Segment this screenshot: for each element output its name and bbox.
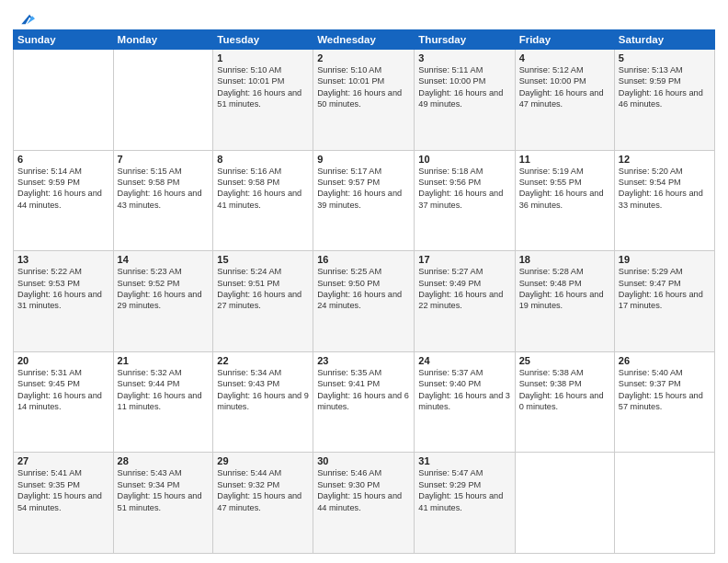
day-cell: 11Sunrise: 5:19 AM Sunset: 9:55 PM Dayli… <box>515 150 614 251</box>
day-cell: 26Sunrise: 5:40 AM Sunset: 9:37 PM Dayli… <box>614 351 714 453</box>
day-number: 7 <box>118 154 210 165</box>
day-number: 1 <box>217 52 309 63</box>
day-cell: 15Sunrise: 5:24 AM Sunset: 9:51 PM Dayli… <box>213 251 313 352</box>
day-cell: 21Sunrise: 5:32 AM Sunset: 9:44 PM Dayli… <box>113 351 213 453</box>
day-number: 11 <box>519 154 610 165</box>
day-cell: 20Sunrise: 5:31 AM Sunset: 9:45 PM Dayli… <box>14 351 114 453</box>
day-content: Sunrise: 5:13 AM Sunset: 9:59 PM Dayligh… <box>619 64 711 110</box>
day-cell: 3Sunrise: 5:11 AM Sunset: 10:00 PM Dayli… <box>415 50 515 151</box>
day-number: 19 <box>619 254 711 265</box>
day-number: 3 <box>418 52 510 63</box>
day-content: Sunrise: 5:43 AM Sunset: 9:34 PM Dayligh… <box>118 467 210 513</box>
header <box>13 9 715 26</box>
day-cell: 18Sunrise: 5:28 AM Sunset: 9:48 PM Dayli… <box>515 251 614 352</box>
day-content: Sunrise: 5:27 AM Sunset: 9:49 PM Dayligh… <box>418 266 510 312</box>
week-row-2: 6Sunrise: 5:14 AM Sunset: 9:59 PM Daylig… <box>14 150 715 251</box>
day-cell: 16Sunrise: 5:25 AM Sunset: 9:50 PM Dayli… <box>313 251 415 352</box>
day-number: 27 <box>17 455 109 466</box>
col-header-sunday: Sunday <box>14 30 114 50</box>
day-cell <box>113 50 213 151</box>
day-number: 5 <box>619 52 711 63</box>
day-content: Sunrise: 5:22 AM Sunset: 9:53 PM Dayligh… <box>17 266 109 312</box>
day-cell: 17Sunrise: 5:27 AM Sunset: 9:49 PM Dayli… <box>415 251 515 352</box>
day-content: Sunrise: 5:25 AM Sunset: 9:50 PM Dayligh… <box>317 266 410 312</box>
day-content: Sunrise: 5:20 AM Sunset: 9:54 PM Dayligh… <box>619 166 711 212</box>
day-cell: 19Sunrise: 5:29 AM Sunset: 9:47 PM Dayli… <box>614 251 714 352</box>
day-number: 29 <box>217 455 309 466</box>
day-cell: 31Sunrise: 5:47 AM Sunset: 9:29 PM Dayli… <box>415 453 515 554</box>
col-header-friday: Friday <box>515 30 614 50</box>
week-row-5: 27Sunrise: 5:41 AM Sunset: 9:35 PM Dayli… <box>14 453 715 554</box>
day-number: 21 <box>118 355 210 366</box>
day-content: Sunrise: 5:10 AM Sunset: 10:01 PM Daylig… <box>217 64 309 110</box>
day-number: 10 <box>418 154 510 165</box>
day-content: Sunrise: 5:44 AM Sunset: 9:32 PM Dayligh… <box>217 467 309 513</box>
day-cell: 9Sunrise: 5:17 AM Sunset: 9:57 PM Daylig… <box>313 150 415 251</box>
day-content: Sunrise: 5:38 AM Sunset: 9:38 PM Dayligh… <box>519 367 610 413</box>
day-number: 4 <box>519 52 610 63</box>
day-content: Sunrise: 5:17 AM Sunset: 9:57 PM Dayligh… <box>317 166 410 212</box>
day-cell: 8Sunrise: 5:16 AM Sunset: 9:58 PM Daylig… <box>213 150 313 251</box>
day-number: 12 <box>619 154 711 165</box>
day-number: 20 <box>17 355 109 366</box>
day-number: 26 <box>619 355 711 366</box>
day-content: Sunrise: 5:29 AM Sunset: 9:47 PM Dayligh… <box>619 266 711 312</box>
logo-icon <box>15 9 35 29</box>
day-content: Sunrise: 5:37 AM Sunset: 9:40 PM Dayligh… <box>418 367 510 413</box>
day-number: 16 <box>317 254 410 265</box>
week-row-1: 1Sunrise: 5:10 AM Sunset: 10:01 PM Dayli… <box>14 50 715 151</box>
day-content: Sunrise: 5:11 AM Sunset: 10:00 PM Daylig… <box>418 64 510 110</box>
day-number: 31 <box>418 455 510 466</box>
col-header-thursday: Thursday <box>415 30 515 50</box>
day-number: 6 <box>17 154 109 165</box>
day-cell: 30Sunrise: 5:46 AM Sunset: 9:30 PM Dayli… <box>313 453 415 554</box>
day-content: Sunrise: 5:32 AM Sunset: 9:44 PM Dayligh… <box>118 367 210 413</box>
day-cell: 27Sunrise: 5:41 AM Sunset: 9:35 PM Dayli… <box>14 453 114 554</box>
day-content: Sunrise: 5:19 AM Sunset: 9:55 PM Dayligh… <box>519 166 610 212</box>
day-content: Sunrise: 5:28 AM Sunset: 9:48 PM Dayligh… <box>519 266 610 312</box>
day-number: 30 <box>317 455 410 466</box>
day-cell: 6Sunrise: 5:14 AM Sunset: 9:59 PM Daylig… <box>14 150 114 251</box>
day-content: Sunrise: 5:15 AM Sunset: 9:58 PM Dayligh… <box>118 166 210 212</box>
day-cell: 29Sunrise: 5:44 AM Sunset: 9:32 PM Dayli… <box>213 453 313 554</box>
day-cell <box>515 453 614 554</box>
col-header-saturday: Saturday <box>614 30 714 50</box>
day-content: Sunrise: 5:41 AM Sunset: 9:35 PM Dayligh… <box>17 467 109 513</box>
day-cell: 13Sunrise: 5:22 AM Sunset: 9:53 PM Dayli… <box>14 251 114 352</box>
col-header-monday: Monday <box>113 30 213 50</box>
day-content: Sunrise: 5:14 AM Sunset: 9:59 PM Dayligh… <box>17 166 109 212</box>
day-content: Sunrise: 5:10 AM Sunset: 10:01 PM Daylig… <box>317 64 410 110</box>
day-number: 13 <box>17 254 109 265</box>
logo <box>13 9 35 26</box>
day-cell: 24Sunrise: 5:37 AM Sunset: 9:40 PM Dayli… <box>415 351 515 453</box>
day-number: 2 <box>317 52 410 63</box>
day-cell: 2Sunrise: 5:10 AM Sunset: 10:01 PM Dayli… <box>313 50 415 151</box>
day-number: 17 <box>418 254 510 265</box>
week-row-3: 13Sunrise: 5:22 AM Sunset: 9:53 PM Dayli… <box>14 251 715 352</box>
col-header-tuesday: Tuesday <box>213 30 313 50</box>
calendar-table: SundayMondayTuesdayWednesdayThursdayFrid… <box>13 29 715 554</box>
day-cell: 4Sunrise: 5:12 AM Sunset: 10:00 PM Dayli… <box>515 50 614 151</box>
day-cell: 14Sunrise: 5:23 AM Sunset: 9:52 PM Dayli… <box>113 251 213 352</box>
day-cell: 1Sunrise: 5:10 AM Sunset: 10:01 PM Dayli… <box>213 50 313 151</box>
day-cell: 7Sunrise: 5:15 AM Sunset: 9:58 PM Daylig… <box>113 150 213 251</box>
day-cell: 23Sunrise: 5:35 AM Sunset: 9:41 PM Dayli… <box>313 351 415 453</box>
day-cell <box>14 50 114 151</box>
day-content: Sunrise: 5:12 AM Sunset: 10:00 PM Daylig… <box>519 64 610 110</box>
day-number: 25 <box>519 355 610 366</box>
day-cell <box>614 453 714 554</box>
day-content: Sunrise: 5:47 AM Sunset: 9:29 PM Dayligh… <box>418 467 510 513</box>
day-number: 24 <box>418 355 510 366</box>
day-cell: 5Sunrise: 5:13 AM Sunset: 9:59 PM Daylig… <box>614 50 714 151</box>
day-number: 18 <box>519 254 610 265</box>
day-content: Sunrise: 5:18 AM Sunset: 9:56 PM Dayligh… <box>418 166 510 212</box>
week-row-4: 20Sunrise: 5:31 AM Sunset: 9:45 PM Dayli… <box>14 351 715 453</box>
day-content: Sunrise: 5:31 AM Sunset: 9:45 PM Dayligh… <box>17 367 109 413</box>
day-cell: 22Sunrise: 5:34 AM Sunset: 9:43 PM Dayli… <box>213 351 313 453</box>
day-number: 23 <box>317 355 410 366</box>
day-content: Sunrise: 5:24 AM Sunset: 9:51 PM Dayligh… <box>217 266 309 312</box>
day-cell: 12Sunrise: 5:20 AM Sunset: 9:54 PM Dayli… <box>614 150 714 251</box>
day-content: Sunrise: 5:23 AM Sunset: 9:52 PM Dayligh… <box>118 266 210 312</box>
day-number: 22 <box>217 355 309 366</box>
day-content: Sunrise: 5:40 AM Sunset: 9:37 PM Dayligh… <box>619 367 711 413</box>
